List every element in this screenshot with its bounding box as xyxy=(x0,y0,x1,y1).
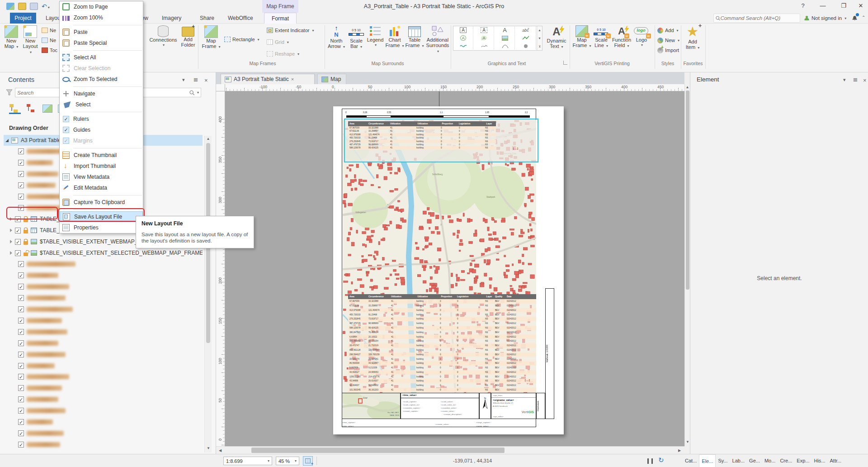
pin-icon[interactable]: 𝌆 xyxy=(853,77,858,83)
menu-item-rulers[interactable]: ✓Rulers xyxy=(60,114,143,124)
dock-tab-sy[interactable]: Sy... xyxy=(716,454,730,467)
new-layout-button[interactable]: ✹ NewLayout ▾ xyxy=(21,25,40,55)
menu-item-paste[interactable]: Paste xyxy=(60,27,143,38)
connections-button[interactable]: Connections▾ xyxy=(149,25,177,48)
layer-visibility-checkbox[interactable]: ✓ xyxy=(18,408,24,414)
layer-visibility-checkbox[interactable]: ✓ xyxy=(18,171,24,177)
layer-visibility-checkbox[interactable]: ✓ xyxy=(15,239,21,245)
layer-visibility-checkbox[interactable]: ✓ xyxy=(15,228,21,234)
collapse-ribbon-icon[interactable]: ⌃ xyxy=(862,15,865,20)
layer-visibility-checkbox[interactable]: ✓ xyxy=(18,272,24,278)
tree-item-redacted[interactable]: ✓ xyxy=(4,439,203,450)
tree-item-redacted[interactable]: ✓ xyxy=(4,270,203,281)
tree-item-redacted[interactable]: ✓ xyxy=(4,417,203,428)
layer-visibility-checkbox[interactable]: ✓ xyxy=(18,329,24,335)
close-pane-icon[interactable]: × xyxy=(204,77,208,84)
polyline-icon[interactable] xyxy=(516,34,536,42)
layer-visibility-checkbox[interactable]: ✓ xyxy=(18,284,24,290)
picture-icon[interactable] xyxy=(495,34,515,42)
layer-visibility-checkbox[interactable]: ✓ xyxy=(18,430,24,436)
tree-item-redacted[interactable]: ✓ xyxy=(4,405,203,416)
view-tab-layout[interactable]: A3 Portrait Table Static × xyxy=(221,74,315,84)
notifications-icon[interactable]: 🔔︎ xyxy=(852,14,858,22)
pin-icon[interactable]: 𝌆 xyxy=(193,77,198,83)
tree-item-layer[interactable]: ✓$TABLE_VISIBLE_EXTENT_SELECTED_WEBMAP_M… xyxy=(4,248,203,258)
view-tab-map[interactable]: Map xyxy=(317,74,346,84)
org-frame[interactable]: <syn_lista> <orgname_value> Wilhelm-Grei… xyxy=(491,393,536,419)
dynamic-text-button[interactable]: A DynamicText ▾ xyxy=(545,25,568,50)
layer-visibility-checkbox[interactable]: ✓ xyxy=(18,194,24,200)
expander-expanded-icon[interactable] xyxy=(5,139,9,142)
restore-button[interactable]: ❐ xyxy=(835,0,853,12)
refresh-icon[interactable]: ↻ xyxy=(658,456,664,464)
tree-item-redacted[interactable]: ✓ xyxy=(4,293,203,304)
layer-visibility-checkbox[interactable]: ✓ xyxy=(18,385,24,391)
table-frame-button[interactable]: TableFrame ▾ xyxy=(405,25,424,49)
dock-tab-cat[interactable]: Cat... xyxy=(683,454,699,467)
dock-tab-lab[interactable]: Lab... xyxy=(730,454,747,467)
tree-item-redacted[interactable]: ✓ xyxy=(4,326,203,337)
dialog-launcher-icon[interactable] xyxy=(563,61,567,65)
menu-item-zoom-to-selected[interactable]: Zoom To Selected xyxy=(60,74,143,85)
layer-visibility-checkbox[interactable]: ✓ xyxy=(18,442,24,448)
small-button-2[interactable]: Ne xyxy=(42,36,56,44)
curved-text-icon[interactable]: abc̃ xyxy=(516,26,536,34)
tree-item-redacted[interactable]: ✓ xyxy=(4,360,203,371)
tree-item-redacted[interactable]: ✓ xyxy=(4,338,203,348)
command-search-input[interactable] xyxy=(720,15,798,21)
text-box-icon[interactable]: A xyxy=(453,26,473,34)
menu-item-select[interactable]: Select xyxy=(60,99,143,110)
dock-tab-his[interactable]: His... xyxy=(811,454,827,467)
footer-info-frame[interactable]: <time_value> <scale_caption><scale_capti… xyxy=(401,393,479,419)
squiggle-icon[interactable] xyxy=(474,42,494,50)
layer-visibility-checkbox[interactable]: ✓ xyxy=(18,148,24,154)
map-frame-button[interactable]: ✹ MapFrame ▾ xyxy=(201,25,222,50)
arc-icon[interactable] xyxy=(495,42,515,50)
add-guide-button[interactable]: + xyxy=(303,456,313,466)
styles-import-button[interactable]: +Import xyxy=(657,46,679,54)
layout-canvas[interactable]: 00,280,551,11,652,2 SchloßbergVolksgarte… xyxy=(225,91,684,446)
expander-collapsed-icon[interactable] xyxy=(10,251,12,255)
close-tab-icon[interactable]: × xyxy=(291,76,294,82)
text-icon[interactable]: A xyxy=(495,26,515,34)
small-button-3[interactable]: Toc xyxy=(42,46,57,54)
legend-button[interactable]: Legend▾ xyxy=(366,25,384,48)
menu-item-edit-metadata[interactable]: Edit Metadata xyxy=(60,182,143,193)
vertical-scrollbar[interactable]: ▲ ▼ xyxy=(684,84,690,446)
layer-visibility-checkbox[interactable]: ✓ xyxy=(18,340,24,346)
list-by-source-icon[interactable] xyxy=(26,103,38,114)
minimize-button[interactable]: — xyxy=(814,0,832,12)
layer-visibility-checkbox[interactable]: ✓ xyxy=(18,306,24,312)
callout-text-icon[interactable]: A xyxy=(474,34,494,42)
vg-map-frame-button[interactable]: w MapFrame ▾ xyxy=(572,25,591,49)
dock-tab-cre[interactable]: Cre... xyxy=(778,454,794,467)
north-arrow-button[interactable]: ↑N NorthArrow ▾ xyxy=(326,25,346,50)
layer-visibility-checkbox[interactable]: ✓ xyxy=(18,160,24,166)
add-folder-button[interactable]: + AddFolder xyxy=(179,25,197,48)
layer-visibility-checkbox[interactable]: ✓ xyxy=(18,363,24,369)
pause-drawing-icon[interactable] xyxy=(647,458,653,464)
filter-icon[interactable] xyxy=(6,89,13,95)
layout-page[interactable]: 00,280,551,11,652,2 SchloßbergVolksgarte… xyxy=(333,106,564,434)
close-button[interactable]: ✕ xyxy=(854,0,868,12)
expander-collapsed-icon[interactable] xyxy=(10,240,12,243)
horizontal-scrollbar[interactable]: ◀ ▶ xyxy=(216,446,684,454)
scale-bar-button[interactable]: 0 5 10 ScaleBar ▾ xyxy=(347,25,365,50)
tree-item-redacted[interactable]: ✓ xyxy=(4,372,203,382)
additional-surrounds-button[interactable]: AdditionalSurrounds ▾ xyxy=(425,25,450,54)
tree-item-redacted[interactable]: ✓ xyxy=(4,349,203,360)
tree-item-redacted[interactable]: ✓ xyxy=(4,259,203,270)
circle-text-icon[interactable]: A xyxy=(453,34,473,42)
menu-item-view-metadata[interactable]: View Metadata xyxy=(60,172,143,182)
pane-menu-icon[interactable]: ▾ xyxy=(843,77,846,83)
layer-visibility-checkbox[interactable]: ✓ xyxy=(18,396,24,402)
dock-tab-exp[interactable]: Exp... xyxy=(794,454,811,467)
top-table-frame[interactable]: AreaCircumferenceUtilization·,Utilizatio… xyxy=(348,121,496,150)
overview-map-frame[interactable]: Graz Esri, FAO, METI, NASA, USGS xyxy=(342,393,401,419)
tree-item-redacted[interactable]: ✓ xyxy=(4,315,203,326)
dock-tab-ge[interactable]: Ge... xyxy=(747,454,762,467)
layer-visibility-checkbox[interactable]: ✓ xyxy=(15,250,21,256)
menu-item-properties[interactable]: Properties xyxy=(60,222,143,233)
map-scale-combobox[interactable]: 1:8.699▾ xyxy=(223,457,272,465)
rectangle-button[interactable]: Rectangle▾ xyxy=(224,35,259,43)
